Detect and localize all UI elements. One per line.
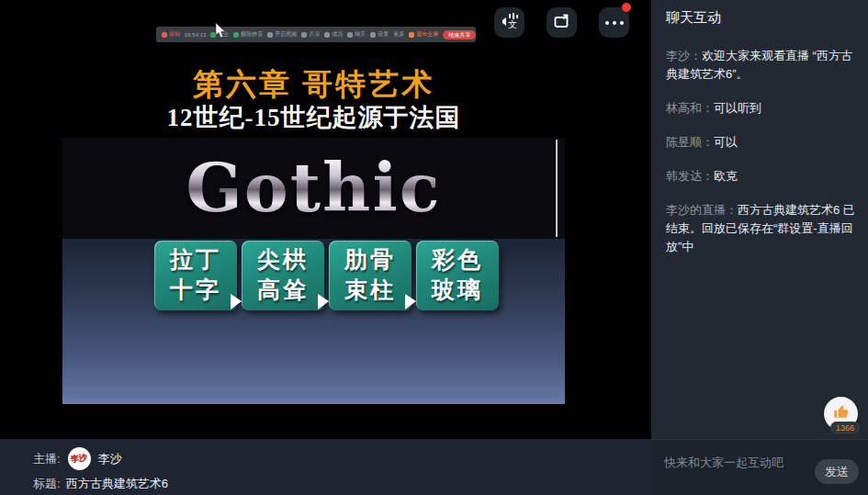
chat-message-input[interactable] bbox=[664, 449, 802, 475]
interpretation-captions-button[interactable]: 文 bbox=[494, 7, 524, 38]
host-label: 主播: bbox=[33, 451, 61, 467]
gear-icon bbox=[370, 32, 376, 38]
exit-fullscreen-icon bbox=[409, 32, 414, 38]
flow-arrow-icon bbox=[405, 294, 416, 309]
toolbar-item-chat[interactable]: 聊天 bbox=[347, 30, 366, 39]
flow-arrow-icon bbox=[231, 294, 242, 309]
concept-box-latin-cross: 拉丁 十字 bbox=[154, 241, 237, 310]
stop-share-button[interactable]: 结束共享 bbox=[443, 30, 476, 39]
mouse-cursor-icon bbox=[215, 23, 226, 42]
chat-message: 李沙：欢迎大家来观看直播 “西方古典建筑艺术6”。 bbox=[666, 47, 855, 84]
broadcaster-info-bar: 主播: 李沙 李沙 标题: 西方古典建筑艺术6 bbox=[0, 439, 651, 495]
chat-icon bbox=[347, 32, 353, 38]
share-window-button[interactable] bbox=[547, 7, 577, 38]
host-name: 李沙 bbox=[98, 451, 122, 467]
gothic-wordmark-image: Gothic bbox=[62, 138, 565, 239]
slide-cursor-line bbox=[556, 140, 558, 237]
chat-panel: 聊天互动 李沙：欢迎大家来观看直播 “西方古典建筑艺术6”。 林高和：可以听到 … bbox=[651, 0, 868, 439]
flow-arrow-icon bbox=[318, 294, 329, 309]
more-options-button[interactable] bbox=[599, 7, 629, 38]
chat-system-message: 李沙的直播：西方古典建筑艺术6 已结束。回放已保存在“群设置-直播回放”中 bbox=[666, 201, 855, 256]
concept-box-pointed-arch: 尖栱 高耸 bbox=[242, 241, 324, 310]
toolbar-item-exit-fullscreen[interactable]: 退出全屏 bbox=[409, 30, 438, 39]
stream-title-row: 标题: 西方古典建筑艺术6 bbox=[33, 476, 668, 492]
toolbar-item-settings[interactable]: 设置 bbox=[370, 30, 389, 39]
chat-input-bar: 发送 bbox=[651, 439, 868, 495]
toolbar-item-mute[interactable]: 解除静音 bbox=[233, 30, 263, 39]
seal-stamp: 李沙 bbox=[71, 454, 88, 464]
send-button[interactable]: 发送 bbox=[815, 459, 859, 484]
members-icon bbox=[324, 32, 330, 38]
camera-icon bbox=[267, 32, 273, 38]
host-row: 主播: 李沙 李沙 bbox=[33, 447, 668, 470]
presentation-slide: Gothic 拉丁 十字 尖栱 高耸 肋骨 束柱 彩色 玻璃 bbox=[62, 138, 565, 404]
toolbar-item-share[interactable]: 共享 bbox=[301, 30, 320, 39]
concept-box-stained-glass: 彩色 玻璃 bbox=[416, 241, 499, 310]
video-area: 录制 09:54:13 安全 解除静音 开启视频 共享 bbox=[0, 0, 651, 439]
voice-to-text-icon: 文 bbox=[501, 12, 519, 34]
window-rotate-icon bbox=[553, 12, 571, 34]
chat-message: 韩发达：欧克 bbox=[666, 167, 855, 186]
like-count-badge: 1366 bbox=[830, 422, 860, 433]
record-icon bbox=[162, 32, 167, 38]
toolbar-item-timer: 09:54:13 bbox=[185, 32, 206, 38]
svg-text:文: 文 bbox=[508, 19, 517, 29]
mic-icon bbox=[233, 32, 239, 38]
toolbar-item-members[interactable]: 成员 bbox=[324, 30, 343, 39]
chat-message: 陈昱顺：可以 bbox=[666, 133, 855, 152]
host-avatar[interactable]: 李沙 bbox=[68, 447, 91, 470]
gothic-wordmark-text: Gothic bbox=[186, 155, 441, 221]
notification-dot bbox=[622, 3, 631, 12]
stream-title-label: 标题: bbox=[33, 476, 61, 492]
slide-subtitle: 12世纪-15世纪起源于法国 bbox=[62, 101, 565, 134]
concept-box-ribbed-columns: 肋骨 束柱 bbox=[329, 241, 411, 310]
toolbar-item-video[interactable]: 开启视频 bbox=[267, 30, 297, 39]
chat-message-list: 李沙：欢迎大家来观看直播 “西方古典建筑艺术6”。 林高和：可以听到 陈昱顺：可… bbox=[651, 27, 868, 256]
chat-message: 林高和：可以听到 bbox=[666, 99, 855, 118]
live-stream-window: 录制 09:54:13 安全 解除静音 开启视频 共享 bbox=[0, 0, 868, 495]
toolbar-item-more[interactable]: 更多 bbox=[393, 30, 404, 39]
ellipsis-icon bbox=[605, 21, 624, 25]
stream-title-value: 西方古典建筑艺术6 bbox=[66, 476, 168, 492]
share-screen-icon bbox=[301, 32, 307, 38]
chat-panel-title: 聊天互动 bbox=[651, 0, 868, 27]
toolbar-item-record[interactable]: 录制 bbox=[162, 30, 180, 39]
screen-share-toolbar: 录制 09:54:13 安全 解除静音 开启视频 共享 bbox=[156, 27, 476, 42]
slide-chapter-title: 第六章 哥特艺术 bbox=[62, 64, 565, 106]
